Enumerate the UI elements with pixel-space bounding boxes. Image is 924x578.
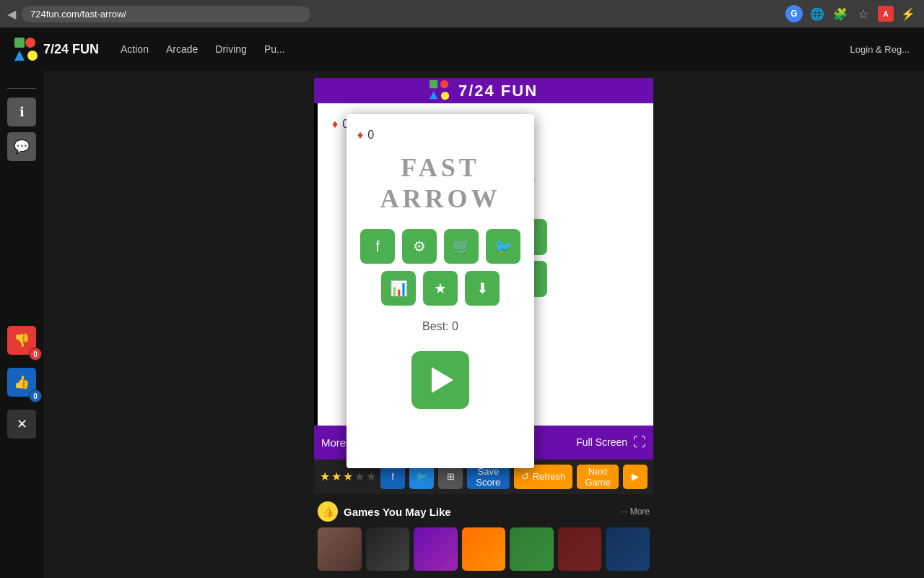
- game-thumb-5[interactable]: [510, 527, 554, 571]
- svg-point-1: [25, 38, 35, 48]
- may-like-left: 👍 Games You May Like: [318, 501, 451, 522]
- nav-driving[interactable]: Driving: [215, 43, 247, 55]
- may-like-icon: 👍: [318, 501, 338, 522]
- svg-marker-2: [14, 51, 25, 61]
- star-rating[interactable]: ★ ★ ★ ★ ★: [320, 470, 376, 483]
- bottom-bar-right: Full Screen ⛶: [576, 435, 646, 450]
- popup-play-triangle-icon: [432, 367, 453, 393]
- dislike-count: 0: [29, 348, 42, 361]
- svg-rect-7: [441, 92, 449, 100]
- svg-rect-4: [430, 80, 437, 88]
- popup-diamond-icon: ♦: [357, 129, 363, 142]
- next-arrow-button[interactable]: ▶: [623, 465, 648, 489]
- main-area: ℹ 💬 👎 0 👍 0 ✕: [0, 71, 924, 578]
- profile-icon[interactable]: A: [878, 6, 894, 22]
- left-sidebar: ℹ 💬 👎 0 👍 0 ✕: [0, 71, 43, 578]
- site-purple-bar: 7/24 FUN: [314, 78, 653, 103]
- like-count: 0: [29, 389, 42, 402]
- diamond-icon: ♦: [332, 118, 338, 131]
- sidebar-like-button[interactable]: 👍 0: [7, 368, 36, 397]
- site-logo[interactable]: 7/24 FUN: [14, 38, 99, 61]
- star-3[interactable]: ★: [343, 470, 353, 483]
- auth-link[interactable]: Login & Reg...: [850, 44, 910, 55]
- logo-icon: [14, 38, 38, 61]
- browser-chrome: ◀ 724fun.com/fast-arrow/ G 🌐 🧩 ☆ A ⚡: [0, 0, 924, 27]
- may-like-section: 👍 Games You May Like ··· More: [314, 494, 653, 578]
- svg-marker-6: [430, 91, 437, 99]
- sidebar-share-button[interactable]: ✕: [7, 410, 36, 439]
- svg-rect-3: [27, 51, 38, 61]
- game-popup: ♦ 0 FAST ARROW f ⚙ 🛒 🐦 📊 ★ ⬇ Best: 0: [346, 114, 534, 468]
- browser-url-bar[interactable]: 724fun.com/fast-arrow/: [22, 6, 310, 22]
- refresh-icon: ↺: [521, 471, 529, 482]
- popup-btn-row2: 📊 ★ ⬇: [381, 271, 500, 306]
- popup-cart-button[interactable]: 🛒: [444, 229, 479, 264]
- nav-arcade[interactable]: Arcade: [166, 43, 198, 55]
- browser-back-button[interactable]: ◀: [7, 7, 16, 21]
- nav-links: Action Arcade Driving Pu...: [121, 43, 285, 55]
- purple-bar-title: 7/24 FUN: [458, 82, 538, 100]
- star-5[interactable]: ★: [366, 470, 376, 483]
- logo-text: 7/24 FUN: [43, 42, 99, 57]
- popup-title: FAST ARROW: [380, 152, 501, 215]
- info-icon: ℹ: [19, 104, 25, 120]
- next-game-button[interactable]: Next Game: [577, 465, 619, 489]
- thumbs-down-icon: 👎: [14, 332, 30, 348]
- game-thumb-7: [606, 527, 650, 571]
- translate-icon[interactable]: 🌐: [808, 5, 826, 22]
- game-thumb-4[interactable]: [462, 527, 506, 571]
- star-4[interactable]: ★: [354, 470, 365, 483]
- popup-best-score: Best: 0: [422, 320, 458, 333]
- popup-facebook-button[interactable]: f: [360, 229, 395, 264]
- bookmark-icon[interactable]: ☆: [855, 5, 872, 22]
- game-thumbnails: [314, 527, 653, 571]
- game-thumb-6: [558, 527, 602, 571]
- chat-icon: 💬: [14, 139, 30, 155]
- thumbs-up-icon: 👍: [14, 374, 30, 390]
- popup-score: 0: [367, 129, 374, 142]
- popup-download-button[interactable]: ⬇: [465, 271, 500, 306]
- star-1[interactable]: ★: [320, 470, 330, 483]
- game-thumb-2[interactable]: [366, 527, 410, 571]
- sidebar-divider-top: [7, 88, 36, 89]
- sidebar-dislike-button[interactable]: 👎 0: [7, 326, 36, 355]
- popup-title-line2: ARROW: [380, 184, 501, 213]
- fullscreen-icon[interactable]: ⛶: [633, 435, 646, 450]
- purple-bar-content: 7/24 FUN: [430, 80, 538, 102]
- google-icon[interactable]: G: [785, 5, 803, 22]
- nav-action[interactable]: Action: [121, 43, 149, 55]
- svg-point-5: [440, 80, 448, 88]
- game-thumb-1[interactable]: [318, 527, 362, 571]
- may-like-title: Games You May Like: [344, 506, 451, 518]
- extensions2-icon[interactable]: ⚡: [899, 5, 917, 22]
- popup-score-row: ♦ 0: [357, 129, 374, 142]
- popup-play-button[interactable]: [411, 351, 469, 409]
- purple-bar-logo-icon: [430, 80, 451, 102]
- full-screen-link[interactable]: Full Screen: [576, 436, 627, 448]
- sidebar-info-button[interactable]: ℹ: [7, 98, 36, 126]
- svg-rect-0: [14, 38, 25, 48]
- popup-twitter-button[interactable]: 🐦: [486, 229, 520, 264]
- browser-icons: G 🌐 🧩 ☆ A ⚡: [785, 5, 917, 22]
- site-header: 7/24 FUN Action Arcade Driving Pu... Log…: [0, 27, 924, 71]
- may-like-header: 👍 Games You May Like ··· More: [314, 501, 653, 527]
- star-2[interactable]: ★: [331, 470, 341, 483]
- popup-title-line1: FAST: [401, 153, 479, 182]
- nav-more[interactable]: Pu...: [264, 43, 285, 55]
- extensions-icon[interactable]: 🧩: [832, 5, 849, 22]
- popup-settings-button[interactable]: ⚙: [402, 229, 437, 264]
- popup-leaderboard-button[interactable]: 📊: [381, 271, 416, 306]
- popup-star-button[interactable]: ★: [423, 271, 458, 306]
- share-icon: ✕: [17, 416, 27, 432]
- game-thumb-3[interactable]: [414, 527, 458, 571]
- popup-btn-row1: f ⚙ 🛒 🐦: [360, 229, 520, 264]
- more-button[interactable]: ··· More: [620, 506, 650, 517]
- sidebar-chat-button[interactable]: 💬: [7, 132, 36, 161]
